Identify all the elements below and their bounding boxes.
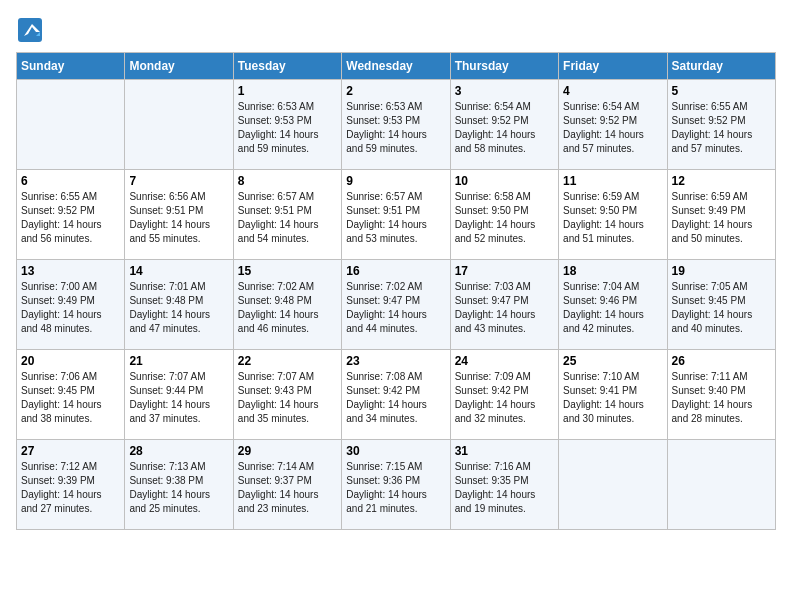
weekday-header-thursday: Thursday	[450, 53, 558, 80]
calendar-cell: 11Sunrise: 6:59 AMSunset: 9:50 PMDayligh…	[559, 170, 667, 260]
calendar-cell: 29Sunrise: 7:14 AMSunset: 9:37 PMDayligh…	[233, 440, 341, 530]
calendar-cell: 19Sunrise: 7:05 AMSunset: 9:45 PMDayligh…	[667, 260, 775, 350]
day-info: Sunrise: 7:10 AMSunset: 9:41 PMDaylight:…	[563, 370, 662, 426]
day-number: 12	[672, 174, 771, 188]
day-number: 20	[21, 354, 120, 368]
calendar-cell	[559, 440, 667, 530]
day-info: Sunrise: 7:09 AMSunset: 9:42 PMDaylight:…	[455, 370, 554, 426]
calendar-cell: 30Sunrise: 7:15 AMSunset: 9:36 PMDayligh…	[342, 440, 450, 530]
day-info: Sunrise: 6:59 AMSunset: 9:50 PMDaylight:…	[563, 190, 662, 246]
weekday-header-wednesday: Wednesday	[342, 53, 450, 80]
day-info: Sunrise: 7:02 AMSunset: 9:48 PMDaylight:…	[238, 280, 337, 336]
day-info: Sunrise: 6:53 AMSunset: 9:53 PMDaylight:…	[238, 100, 337, 156]
day-info: Sunrise: 6:58 AMSunset: 9:50 PMDaylight:…	[455, 190, 554, 246]
day-number: 8	[238, 174, 337, 188]
day-info: Sunrise: 7:02 AMSunset: 9:47 PMDaylight:…	[346, 280, 445, 336]
day-number: 3	[455, 84, 554, 98]
calendar-cell	[667, 440, 775, 530]
day-info: Sunrise: 7:15 AMSunset: 9:36 PMDaylight:…	[346, 460, 445, 516]
day-number: 15	[238, 264, 337, 278]
calendar-cell: 25Sunrise: 7:10 AMSunset: 9:41 PMDayligh…	[559, 350, 667, 440]
day-number: 25	[563, 354, 662, 368]
day-number: 9	[346, 174, 445, 188]
day-number: 30	[346, 444, 445, 458]
calendar-cell: 3Sunrise: 6:54 AMSunset: 9:52 PMDaylight…	[450, 80, 558, 170]
weekday-header-sunday: Sunday	[17, 53, 125, 80]
day-number: 31	[455, 444, 554, 458]
calendar-cell: 9Sunrise: 6:57 AMSunset: 9:51 PMDaylight…	[342, 170, 450, 260]
calendar-cell: 10Sunrise: 6:58 AMSunset: 9:50 PMDayligh…	[450, 170, 558, 260]
calendar-cell: 6Sunrise: 6:55 AMSunset: 9:52 PMDaylight…	[17, 170, 125, 260]
day-info: Sunrise: 7:04 AMSunset: 9:46 PMDaylight:…	[563, 280, 662, 336]
day-number: 23	[346, 354, 445, 368]
day-number: 17	[455, 264, 554, 278]
logo	[16, 16, 46, 44]
day-info: Sunrise: 7:16 AMSunset: 9:35 PMDaylight:…	[455, 460, 554, 516]
day-number: 14	[129, 264, 228, 278]
day-number: 13	[21, 264, 120, 278]
calendar-cell: 24Sunrise: 7:09 AMSunset: 9:42 PMDayligh…	[450, 350, 558, 440]
calendar-cell: 20Sunrise: 7:06 AMSunset: 9:45 PMDayligh…	[17, 350, 125, 440]
calendar-cell: 14Sunrise: 7:01 AMSunset: 9:48 PMDayligh…	[125, 260, 233, 350]
weekday-header-monday: Monday	[125, 53, 233, 80]
day-info: Sunrise: 6:55 AMSunset: 9:52 PMDaylight:…	[672, 100, 771, 156]
calendar-cell: 16Sunrise: 7:02 AMSunset: 9:47 PMDayligh…	[342, 260, 450, 350]
day-number: 26	[672, 354, 771, 368]
calendar-cell: 4Sunrise: 6:54 AMSunset: 9:52 PMDaylight…	[559, 80, 667, 170]
day-info: Sunrise: 7:11 AMSunset: 9:40 PMDaylight:…	[672, 370, 771, 426]
day-number: 21	[129, 354, 228, 368]
day-info: Sunrise: 7:06 AMSunset: 9:45 PMDaylight:…	[21, 370, 120, 426]
day-number: 29	[238, 444, 337, 458]
day-number: 1	[238, 84, 337, 98]
day-info: Sunrise: 7:07 AMSunset: 9:43 PMDaylight:…	[238, 370, 337, 426]
calendar-cell: 27Sunrise: 7:12 AMSunset: 9:39 PMDayligh…	[17, 440, 125, 530]
day-info: Sunrise: 7:12 AMSunset: 9:39 PMDaylight:…	[21, 460, 120, 516]
weekday-header-tuesday: Tuesday	[233, 53, 341, 80]
day-number: 16	[346, 264, 445, 278]
logo-icon	[16, 16, 44, 44]
calendar-cell: 22Sunrise: 7:07 AMSunset: 9:43 PMDayligh…	[233, 350, 341, 440]
day-number: 22	[238, 354, 337, 368]
day-number: 24	[455, 354, 554, 368]
day-number: 19	[672, 264, 771, 278]
day-number: 4	[563, 84, 662, 98]
day-number: 6	[21, 174, 120, 188]
day-info: Sunrise: 7:01 AMSunset: 9:48 PMDaylight:…	[129, 280, 228, 336]
day-number: 27	[21, 444, 120, 458]
calendar-cell: 7Sunrise: 6:56 AMSunset: 9:51 PMDaylight…	[125, 170, 233, 260]
calendar-table: SundayMondayTuesdayWednesdayThursdayFrid…	[16, 52, 776, 530]
day-number: 10	[455, 174, 554, 188]
calendar-header: SundayMondayTuesdayWednesdayThursdayFrid…	[17, 53, 776, 80]
page-header	[16, 16, 776, 44]
day-info: Sunrise: 6:57 AMSunset: 9:51 PMDaylight:…	[238, 190, 337, 246]
calendar-cell: 2Sunrise: 6:53 AMSunset: 9:53 PMDaylight…	[342, 80, 450, 170]
weekday-header-saturday: Saturday	[667, 53, 775, 80]
calendar-cell: 12Sunrise: 6:59 AMSunset: 9:49 PMDayligh…	[667, 170, 775, 260]
day-info: Sunrise: 6:55 AMSunset: 9:52 PMDaylight:…	[21, 190, 120, 246]
calendar-week-1: 1Sunrise: 6:53 AMSunset: 9:53 PMDaylight…	[17, 80, 776, 170]
day-number: 18	[563, 264, 662, 278]
calendar-cell: 21Sunrise: 7:07 AMSunset: 9:44 PMDayligh…	[125, 350, 233, 440]
weekday-header-row: SundayMondayTuesdayWednesdayThursdayFrid…	[17, 53, 776, 80]
calendar-cell: 5Sunrise: 6:55 AMSunset: 9:52 PMDaylight…	[667, 80, 775, 170]
calendar-cell: 18Sunrise: 7:04 AMSunset: 9:46 PMDayligh…	[559, 260, 667, 350]
calendar-week-4: 20Sunrise: 7:06 AMSunset: 9:45 PMDayligh…	[17, 350, 776, 440]
day-info: Sunrise: 7:07 AMSunset: 9:44 PMDaylight:…	[129, 370, 228, 426]
calendar-cell: 31Sunrise: 7:16 AMSunset: 9:35 PMDayligh…	[450, 440, 558, 530]
day-info: Sunrise: 7:14 AMSunset: 9:37 PMDaylight:…	[238, 460, 337, 516]
calendar-cell	[125, 80, 233, 170]
calendar-week-3: 13Sunrise: 7:00 AMSunset: 9:49 PMDayligh…	[17, 260, 776, 350]
calendar-week-2: 6Sunrise: 6:55 AMSunset: 9:52 PMDaylight…	[17, 170, 776, 260]
day-number: 2	[346, 84, 445, 98]
calendar-cell: 8Sunrise: 6:57 AMSunset: 9:51 PMDaylight…	[233, 170, 341, 260]
day-number: 11	[563, 174, 662, 188]
calendar-cell: 1Sunrise: 6:53 AMSunset: 9:53 PMDaylight…	[233, 80, 341, 170]
weekday-header-friday: Friday	[559, 53, 667, 80]
calendar-cell: 13Sunrise: 7:00 AMSunset: 9:49 PMDayligh…	[17, 260, 125, 350]
day-info: Sunrise: 6:54 AMSunset: 9:52 PMDaylight:…	[455, 100, 554, 156]
day-info: Sunrise: 6:56 AMSunset: 9:51 PMDaylight:…	[129, 190, 228, 246]
day-info: Sunrise: 7:05 AMSunset: 9:45 PMDaylight:…	[672, 280, 771, 336]
calendar-cell	[17, 80, 125, 170]
day-info: Sunrise: 6:59 AMSunset: 9:49 PMDaylight:…	[672, 190, 771, 246]
day-number: 5	[672, 84, 771, 98]
